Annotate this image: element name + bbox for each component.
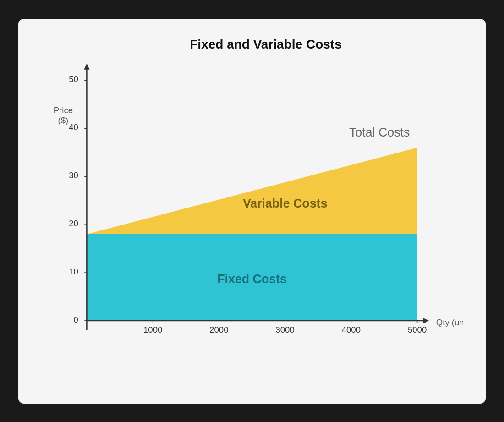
x-label-5000: 5000: [408, 324, 427, 334]
x-label-3000: 3000: [276, 324, 295, 334]
x-label-2000: 2000: [209, 324, 228, 334]
chart-area: 0 10 20 30 40 50 Price ($): [41, 56, 463, 368]
total-costs-label: Total Costs: [349, 126, 410, 139]
y-label-20: 20: [69, 218, 78, 228]
variable-costs-label: Variable Costs: [243, 196, 327, 210]
x-axis-arrow: [423, 318, 429, 323]
x-label-1000: 1000: [143, 324, 162, 334]
x-axis-label: Qty (units): [436, 318, 463, 327]
fixed-costs-label: Fixed Costs: [217, 272, 287, 285]
y-axis-label-price: Price: [54, 105, 73, 115]
y-label-40: 40: [69, 122, 78, 132]
y-label-10: 10: [69, 267, 78, 276]
chart-title: Fixed and Variable Costs: [69, 37, 463, 52]
y-axis-arrow: [84, 63, 89, 69]
chart-card: Fixed and Variable Costs: [18, 19, 486, 404]
x-label-4000: 4000: [342, 324, 361, 334]
variable-costs-area: [87, 148, 417, 234]
y-label-0: 0: [74, 315, 78, 324]
y-axis-label-unit: ($): [58, 115, 69, 125]
y-label-50: 50: [69, 74, 78, 83]
chart-svg: 0 10 20 30 40 50 Price ($): [41, 56, 463, 368]
y-label-30: 30: [69, 170, 78, 180]
chart-container: Fixed and Variable Costs: [41, 37, 463, 385]
